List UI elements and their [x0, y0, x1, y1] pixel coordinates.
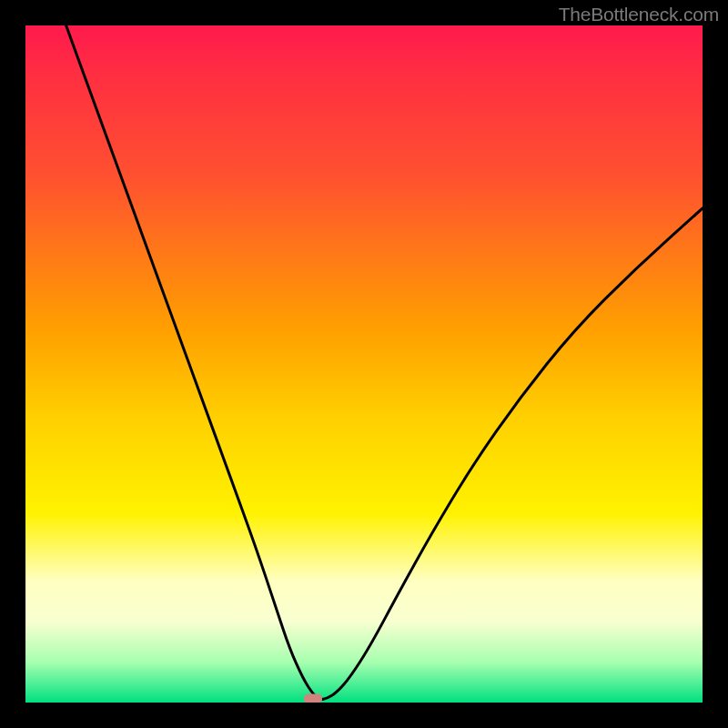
chart-frame: TheBottleneck.com [0, 0, 728, 728]
watermark-text: TheBottleneck.com [559, 4, 719, 25]
plot-area [25, 25, 703, 703]
curve-svg [25, 25, 703, 703]
bottleneck-curve [66, 25, 703, 699]
optimal-marker [304, 694, 322, 703]
